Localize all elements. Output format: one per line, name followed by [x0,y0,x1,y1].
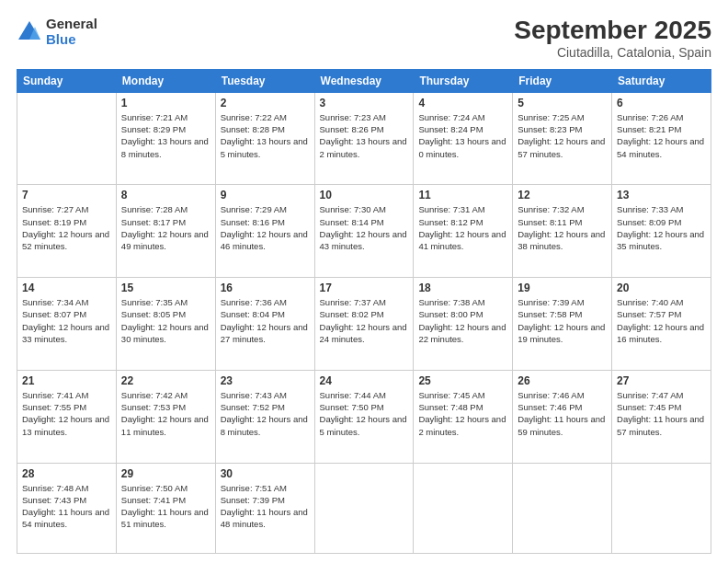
table-row: 4Sunrise: 7:24 AMSunset: 8:24 PMDaylight… [414,92,513,185]
header-monday: Monday [116,69,215,92]
table-row [513,463,612,553]
day-info: Sunrise: 7:43 AMSunset: 7:52 PMDaylight:… [221,389,310,438]
day-info: Sunrise: 7:50 AMSunset: 7:41 PMDaylight:… [121,482,210,531]
day-number: 14 [22,282,111,294]
table-row: 14Sunrise: 7:34 AMSunset: 8:07 PMDayligh… [17,278,117,371]
header: General Blue September 2025 Ciutadilla, … [17,17,711,60]
day-number: 4 [418,97,507,109]
table-row: 16Sunrise: 7:36 AMSunset: 8:04 PMDayligh… [215,278,314,371]
table-row [17,92,117,185]
day-info: Sunrise: 7:25 AMSunset: 8:23 PMDaylight:… [518,111,607,160]
table-row: 27Sunrise: 7:47 AMSunset: 7:45 PMDayligh… [612,370,711,463]
day-info: Sunrise: 7:22 AMSunset: 8:28 PMDaylight:… [221,111,310,160]
table-row: 5Sunrise: 7:25 AMSunset: 8:23 PMDaylight… [513,92,612,185]
table-row: 6Sunrise: 7:26 AMSunset: 8:21 PMDaylight… [612,92,711,185]
header-friday: Friday [513,69,612,92]
day-info: Sunrise: 7:48 AMSunset: 7:43 PMDaylight:… [22,482,111,531]
day-info: Sunrise: 7:24 AMSunset: 8:24 PMDaylight:… [418,111,507,160]
day-info: Sunrise: 7:37 AMSunset: 8:02 PMDaylight:… [320,296,409,345]
day-number: 2 [221,97,310,109]
day-info: Sunrise: 7:39 AMSunset: 7:58 PMDaylight:… [518,296,607,345]
header-sunday: Sunday [17,69,117,92]
table-row: 23Sunrise: 7:43 AMSunset: 7:52 PMDayligh… [215,370,314,463]
day-number: 3 [320,97,409,109]
day-number: 10 [320,189,409,201]
logo: General Blue [17,17,97,47]
day-number: 22 [121,374,210,387]
day-info: Sunrise: 7:31 AMSunset: 8:12 PMDaylight:… [418,203,507,252]
day-number: 16 [221,282,310,294]
day-number: 19 [518,282,607,294]
table-row: 21Sunrise: 7:41 AMSunset: 7:55 PMDayligh… [17,370,117,463]
day-number: 13 [617,189,706,201]
table-row: 28Sunrise: 7:48 AMSunset: 7:43 PMDayligh… [17,463,117,553]
day-number: 23 [221,374,310,387]
day-number: 24 [320,374,409,387]
day-number: 25 [418,374,507,387]
day-info: Sunrise: 7:32 AMSunset: 8:11 PMDaylight:… [518,203,607,252]
day-number: 1 [121,97,210,109]
day-number: 20 [617,282,706,294]
table-row: 3Sunrise: 7:23 AMSunset: 8:26 PMDaylight… [314,92,414,185]
title-block: September 2025 Ciutadilla, Catalonia, Sp… [514,17,711,60]
day-info: Sunrise: 7:46 AMSunset: 7:46 PMDaylight:… [518,389,607,438]
day-number: 30 [221,467,310,480]
calendar-week-row: 7Sunrise: 7:27 AMSunset: 8:19 PMDaylight… [17,185,711,278]
header-wednesday: Wednesday [314,69,414,92]
table-row: 9Sunrise: 7:29 AMSunset: 8:16 PMDaylight… [215,185,314,278]
table-row: 2Sunrise: 7:22 AMSunset: 8:28 PMDaylight… [215,92,314,185]
table-row: 12Sunrise: 7:32 AMSunset: 8:11 PMDayligh… [513,185,612,278]
day-info: Sunrise: 7:28 AMSunset: 8:17 PMDaylight:… [121,203,210,252]
day-info: Sunrise: 7:42 AMSunset: 7:53 PMDaylight:… [121,389,210,438]
table-row [414,463,513,553]
header-thursday: Thursday [414,69,513,92]
day-info: Sunrise: 7:30 AMSunset: 8:14 PMDaylight:… [320,203,409,252]
table-row: 17Sunrise: 7:37 AMSunset: 8:02 PMDayligh… [314,278,414,371]
table-row: 15Sunrise: 7:35 AMSunset: 8:05 PMDayligh… [116,278,215,371]
table-row: 30Sunrise: 7:51 AMSunset: 7:39 PMDayligh… [215,463,314,553]
day-number: 18 [418,282,507,294]
calendar-week-row: 28Sunrise: 7:48 AMSunset: 7:43 PMDayligh… [17,463,711,553]
table-row: 26Sunrise: 7:46 AMSunset: 7:46 PMDayligh… [513,370,612,463]
calendar-week-row: 1Sunrise: 7:21 AMSunset: 8:29 PMDaylight… [17,92,711,185]
table-row: 22Sunrise: 7:42 AMSunset: 7:53 PMDayligh… [116,370,215,463]
day-info: Sunrise: 7:45 AMSunset: 7:48 PMDaylight:… [418,389,507,438]
table-row: 11Sunrise: 7:31 AMSunset: 8:12 PMDayligh… [414,185,513,278]
day-number: 11 [418,189,507,201]
day-info: Sunrise: 7:40 AMSunset: 7:57 PMDaylight:… [617,296,706,345]
day-info: Sunrise: 7:21 AMSunset: 8:29 PMDaylight:… [121,111,210,160]
header-tuesday: Tuesday [215,69,314,92]
day-number: 5 [518,97,607,109]
day-info: Sunrise: 7:41 AMSunset: 7:55 PMDaylight:… [22,389,111,438]
table-row [314,463,414,553]
day-number: 26 [518,374,607,387]
day-number: 21 [22,374,111,387]
day-info: Sunrise: 7:51 AMSunset: 7:39 PMDaylight:… [221,482,310,531]
main-title: September 2025 [514,17,711,45]
day-number: 6 [617,97,706,109]
table-row: 10Sunrise: 7:30 AMSunset: 8:14 PMDayligh… [314,185,414,278]
day-number: 27 [617,374,706,387]
day-info: Sunrise: 7:29 AMSunset: 8:16 PMDaylight:… [221,203,310,252]
day-number: 9 [221,189,310,201]
day-number: 17 [320,282,409,294]
calendar-week-row: 14Sunrise: 7:34 AMSunset: 8:07 PMDayligh… [17,278,711,371]
table-row: 19Sunrise: 7:39 AMSunset: 7:58 PMDayligh… [513,278,612,371]
logo-blue: Blue [46,32,97,48]
day-info: Sunrise: 7:26 AMSunset: 8:21 PMDaylight:… [617,111,706,160]
subtitle: Ciutadilla, Catalonia, Spain [514,45,711,60]
table-row: 8Sunrise: 7:28 AMSunset: 8:17 PMDaylight… [116,185,215,278]
day-info: Sunrise: 7:44 AMSunset: 7:50 PMDaylight:… [320,389,409,438]
table-row: 13Sunrise: 7:33 AMSunset: 8:09 PMDayligh… [612,185,711,278]
table-row [612,463,711,553]
day-number: 8 [121,189,210,201]
day-info: Sunrise: 7:36 AMSunset: 8:04 PMDaylight:… [221,296,310,345]
day-info: Sunrise: 7:35 AMSunset: 8:05 PMDaylight:… [121,296,210,345]
header-saturday: Saturday [612,69,711,92]
day-number: 29 [121,467,210,480]
calendar-table: Sunday Monday Tuesday Wednesday Thursday… [17,69,711,554]
table-row: 25Sunrise: 7:45 AMSunset: 7:48 PMDayligh… [414,370,513,463]
day-number: 7 [22,189,111,201]
day-info: Sunrise: 7:27 AMSunset: 8:19 PMDaylight:… [22,203,111,252]
table-row: 24Sunrise: 7:44 AMSunset: 7:50 PMDayligh… [314,370,414,463]
